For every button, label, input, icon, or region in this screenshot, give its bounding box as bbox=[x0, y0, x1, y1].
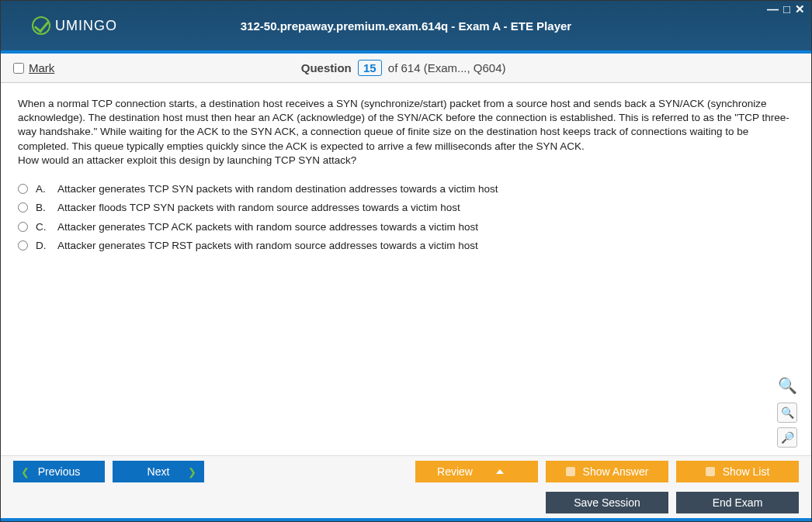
mark-label[interactable]: Mark bbox=[29, 61, 54, 74]
next-button[interactable]: Next ❯ bbox=[113, 461, 204, 482]
zoom-out-button[interactable]: 🔎 bbox=[777, 427, 797, 448]
option-b-radio[interactable] bbox=[18, 202, 28, 213]
square-icon bbox=[706, 467, 715, 476]
options-list: A. Attacker generates TCP SYN packets wi… bbox=[18, 180, 794, 255]
footer-row-1: ❮ Previous Next ❯ Review Show Answer Sho… bbox=[1, 456, 811, 487]
triangle-up-icon bbox=[496, 469, 504, 474]
option-text: Attacker generates TCP SYN packets with … bbox=[57, 182, 498, 196]
option-letter: C. bbox=[36, 220, 50, 234]
zoom-tools: 🔍 🔍 🔎 bbox=[777, 376, 797, 448]
option-d[interactable]: D. Attacker generates TCP RST packets wi… bbox=[18, 237, 794, 255]
option-text: Attacker generates TCP ACK packets with … bbox=[57, 220, 478, 234]
window-title: 312-50.prepaway.premium.exam.614q - Exam… bbox=[241, 19, 571, 33]
question-body: When a normal TCP connection starts, a d… bbox=[1, 83, 811, 269]
minimize-button[interactable]: — bbox=[767, 2, 779, 16]
review-button[interactable]: Review bbox=[415, 461, 538, 482]
option-text: Attacker generates TCP RST packets with … bbox=[57, 239, 478, 253]
footer-row-2: Save Session End Exam bbox=[1, 487, 811, 518]
zoom-in-button[interactable]: 🔍 bbox=[777, 403, 797, 423]
maximize-button[interactable]: □ bbox=[783, 2, 790, 16]
square-icon bbox=[566, 467, 575, 476]
mark-checkbox[interactable] bbox=[13, 63, 24, 74]
option-d-radio[interactable] bbox=[18, 240, 28, 251]
chevron-right-icon: ❯ bbox=[188, 466, 196, 478]
show-answer-button[interactable]: Show Answer bbox=[546, 461, 668, 482]
end-exam-button[interactable]: End Exam bbox=[676, 492, 799, 513]
show-list-button[interactable]: Show List bbox=[676, 461, 799, 482]
save-session-button[interactable]: Save Session bbox=[546, 492, 668, 513]
previous-button[interactable]: ❮ Previous bbox=[13, 461, 105, 482]
mark-checkbox-wrap[interactable]: Mark bbox=[13, 61, 54, 74]
option-letter: D. bbox=[36, 239, 50, 253]
option-a[interactable]: A. Attacker generates TCP SYN packets wi… bbox=[18, 180, 794, 199]
search-icon[interactable]: 🔍 bbox=[778, 376, 797, 395]
window-controls: — □ ✕ bbox=[767, 2, 805, 16]
question-text: When a normal TCP connection starts, a d… bbox=[18, 97, 794, 168]
question-number[interactable]: 15 bbox=[358, 60, 382, 76]
option-b[interactable]: B. Attacker floods TCP SYN packets with … bbox=[18, 199, 794, 217]
question-label: Question bbox=[301, 61, 352, 74]
option-c[interactable]: C. Attacker generates TCP ACK packets wi… bbox=[18, 218, 794, 237]
footer-accent bbox=[1, 518, 811, 521]
content-area: When a normal TCP connection starts, a d… bbox=[1, 83, 811, 455]
option-letter: B. bbox=[36, 201, 50, 215]
option-c-radio[interactable] bbox=[18, 222, 28, 232]
logo-text: UMINGO bbox=[55, 18, 117, 34]
title-bar: UMINGO 312-50.prepaway.premium.exam.614q… bbox=[1, 1, 811, 54]
logo-check-icon bbox=[32, 16, 50, 35]
close-button[interactable]: ✕ bbox=[795, 2, 805, 16]
option-text: Attacker floods TCP SYN packets with ran… bbox=[57, 201, 460, 215]
option-a-radio[interactable] bbox=[18, 184, 28, 194]
question-header: Mark Question 15 of 614 (Exam..., Q604) bbox=[1, 54, 811, 83]
question-counter: Question 15 of 614 (Exam..., Q604) bbox=[54, 60, 752, 76]
footer: ❮ Previous Next ❯ Review Show Answer Sho… bbox=[1, 455, 811, 521]
option-letter: A. bbox=[36, 182, 50, 196]
app-logo: UMINGO bbox=[32, 16, 117, 35]
chevron-left-icon: ❮ bbox=[21, 466, 29, 478]
question-of-total: of 614 (Exam..., Q604) bbox=[388, 61, 506, 74]
